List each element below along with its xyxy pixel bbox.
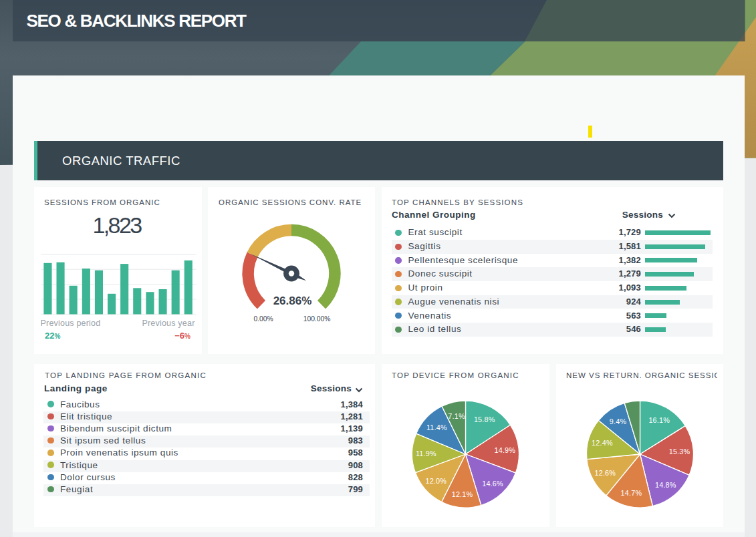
svg-text:14.8%: 14.8% xyxy=(655,481,676,489)
svg-text:14.6%: 14.6% xyxy=(482,480,503,488)
svg-text:12.4%: 12.4% xyxy=(592,439,613,447)
svg-text:9.4%: 9.4% xyxy=(610,417,627,425)
svg-text:14.7%: 14.7% xyxy=(621,489,642,497)
svg-text:11.4%: 11.4% xyxy=(426,423,447,431)
svg-text:11.9%: 11.9% xyxy=(416,450,436,458)
svg-text:12.1%: 12.1% xyxy=(452,490,473,498)
svg-text:12.6%: 12.6% xyxy=(594,469,616,477)
svg-text:15.3%: 15.3% xyxy=(669,448,690,456)
svg-text:7.1%: 7.1% xyxy=(448,412,465,420)
svg-text:15.8%: 15.8% xyxy=(474,415,495,423)
svg-text:14.9%: 14.9% xyxy=(494,446,515,454)
svg-text:16.1%: 16.1% xyxy=(648,416,670,424)
svg-text:12.0%: 12.0% xyxy=(425,477,447,485)
